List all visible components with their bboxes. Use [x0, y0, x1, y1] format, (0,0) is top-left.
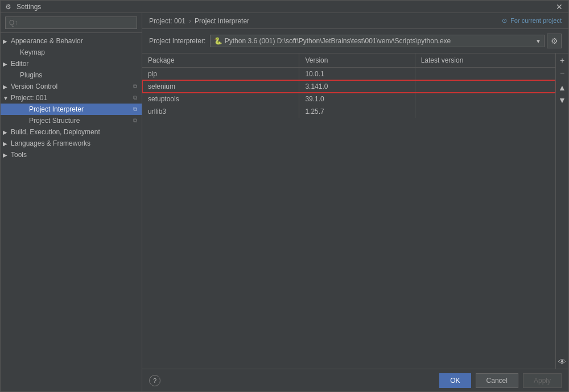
sidebar-item-plugins[interactable]: Plugins: [1, 69, 142, 81]
external-icon: ⧉: [133, 106, 137, 113]
table-row[interactable]: setuptools39.1.0: [142, 93, 555, 105]
main-content: ▶ Appearance & Behavior Keymap ▶ Editor …: [1, 13, 568, 391]
sidebar-item-tools[interactable]: ▶ Tools: [1, 149, 142, 160]
cancel-button[interactable]: Cancel: [476, 373, 518, 388]
search-input[interactable]: [5, 16, 137, 29]
for-project-tag: ⊙ For current project: [502, 17, 562, 24]
sidebar-item-appearance[interactable]: ▶ Appearance & Behavior: [1, 35, 142, 47]
package-latest: [415, 68, 555, 81]
collapse-arrow: ▶: [3, 141, 10, 147]
close-button[interactable]: ✕: [555, 2, 564, 11]
breadcrumb-separator: ›: [189, 17, 191, 25]
sidebar-item-label: Project: 001: [11, 94, 47, 102]
minus-icon: −: [560, 68, 564, 77]
interpreter-select[interactable]: 🐍 Python 3.6 (001) D:\soft\Python\JetBra…: [210, 35, 545, 47]
sidebar-item-label: Appearance & Behavior: [11, 37, 83, 45]
titlebar: ⚙ Settings ✕: [1, 1, 568, 13]
main-panel: Project: 001 › Project Interpreter ⊙ For…: [142, 13, 568, 391]
sidebar-item-label: Project Interpreter: [29, 105, 84, 113]
package-version: 1.25.7: [299, 105, 415, 118]
package-latest: [415, 105, 555, 118]
spacer: [21, 118, 28, 124]
question-icon: ?: [153, 377, 156, 384]
package-name: urllib3: [142, 105, 299, 118]
table-container: Package Version Latest version pip10.0.1…: [142, 53, 556, 369]
remove-package-button[interactable]: −: [556, 67, 568, 79]
sidebar-item-label: Editor: [11, 60, 28, 68]
sidebar: ▶ Appearance & Behavior Keymap ▶ Editor …: [1, 13, 142, 391]
package-latest: [415, 80, 555, 93]
table-row[interactable]: urllib31.25.7: [142, 105, 555, 118]
collapse-arrow: ▼: [3, 95, 10, 101]
collapse-arrow: ▶: [3, 152, 10, 158]
interpreter-label: Project Interpreter:: [149, 37, 205, 45]
breadcrumb-current: Project Interpreter: [195, 17, 249, 25]
plus-icon: +: [560, 56, 564, 65]
breadcrumb-parent: Project: 001: [149, 17, 185, 25]
sidebar-item-label: Project Structure: [29, 117, 80, 125]
sidebar-item-label: Languages & Frameworks: [11, 139, 90, 147]
sidebar-item-label: Build, Execution, Deployment: [11, 128, 100, 136]
package-version: 39.1.0: [299, 93, 415, 105]
search-box: [1, 13, 142, 33]
external-icon: ⧉: [133, 117, 137, 124]
sidebar-item-build[interactable]: ▶ Build, Execution, Deployment: [1, 126, 142, 138]
package-name: pip: [142, 68, 299, 81]
eye-icon: 👁: [558, 357, 566, 366]
table-actions: + − ▲ ▼ 👁: [556, 53, 568, 369]
apply-button[interactable]: Apply: [523, 373, 562, 388]
sidebar-item-keymap[interactable]: Keymap: [1, 47, 142, 58]
col-latest: Latest version: [415, 53, 555, 68]
sidebar-item-project[interactable]: ▼ Project: 001 ⧉: [1, 92, 142, 104]
packages-table: Package Version Latest version pip10.0.1…: [142, 53, 555, 118]
down-icon: ▼: [558, 96, 566, 105]
help-button[interactable]: ?: [149, 375, 160, 386]
col-version: Version: [299, 53, 415, 68]
for-project-label: For current project: [510, 17, 562, 24]
table-row[interactable]: pip10.0.1: [142, 68, 555, 81]
add-package-button[interactable]: +: [556, 55, 568, 66]
app-icon: ⚙: [5, 3, 13, 11]
sidebar-item-label: Version Control: [11, 82, 57, 90]
window-title: Settings: [17, 3, 41, 11]
external-icon: ⧉: [133, 94, 137, 101]
sidebar-item-editor[interactable]: ▶ Editor: [1, 58, 142, 69]
external-icon: ⧉: [133, 83, 137, 90]
sidebar-item-version-control[interactable]: ▶ Version Control ⧉: [1, 81, 142, 92]
table-header-row: Package Version Latest version: [142, 53, 555, 68]
interpreter-row: Project Interpreter: 🐍 Python 3.6 (001) …: [142, 29, 568, 53]
table-row[interactable]: selenium3.141.0: [142, 80, 555, 93]
spacer: [12, 49, 19, 56]
sidebar-item-project-structure[interactable]: Project Structure ⧉: [1, 115, 142, 126]
breadcrumb: Project: 001 › Project Interpreter ⊙ For…: [142, 13, 568, 29]
for-project-icon: ⊙: [502, 17, 507, 24]
bottom-actions: OK Cancel Apply: [439, 373, 562, 388]
package-version: 10.0.1: [299, 68, 415, 81]
collapse-arrow: ▶: [3, 129, 10, 135]
up-icon: ▲: [558, 83, 566, 92]
eye-button[interactable]: 👁: [556, 356, 568, 368]
bottom-bar: ? OK Cancel Apply: [142, 369, 568, 391]
scroll-down-button[interactable]: ▼: [556, 94, 568, 106]
sidebar-item-label: Keymap: [20, 48, 45, 56]
interpreter-select-wrapper: 🐍 Python 3.6 (001) D:\soft\Python\JetBra…: [210, 35, 545, 47]
ok-button[interactable]: OK: [439, 373, 471, 388]
collapse-arrow: ▶: [3, 84, 10, 90]
scroll-up-button[interactable]: ▲: [556, 82, 568, 93]
col-package: Package: [142, 53, 299, 68]
package-name: selenium: [142, 80, 299, 93]
sidebar-item-label: Tools: [11, 151, 27, 159]
sidebar-item-project-interpreter[interactable]: Project Interpreter ⧉: [1, 104, 142, 115]
gear-icon: ⚙: [551, 36, 558, 46]
spacer: [21, 106, 28, 113]
spacer: [12, 72, 19, 79]
collapse-arrow: ▶: [3, 38, 10, 44]
package-latest: [415, 93, 555, 105]
table-area: Package Version Latest version pip10.0.1…: [142, 53, 568, 369]
interpreter-gear-button[interactable]: ⚙: [547, 34, 562, 48]
package-version: 3.141.0: [299, 80, 415, 93]
collapse-arrow: ▶: [3, 61, 10, 67]
settings-window: ⚙ Settings ✕ ▶ Appearance & Behavior Key…: [0, 0, 569, 392]
nav-tree: ▶ Appearance & Behavior Keymap ▶ Editor …: [1, 33, 142, 391]
sidebar-item-languages[interactable]: ▶ Languages & Frameworks: [1, 138, 142, 149]
